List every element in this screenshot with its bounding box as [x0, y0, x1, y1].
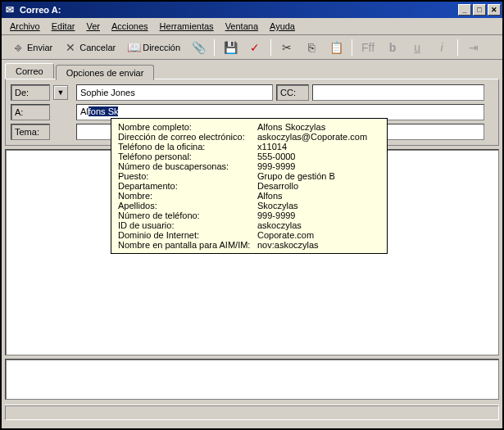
send-icon: ⎆	[11, 41, 25, 54]
tooltip-label: Teléfono de la oficina:	[118, 142, 257, 152]
cut-icon: ✂	[280, 41, 293, 54]
address-button[interactable]: 📖Dirección	[122, 38, 185, 57]
statusbar	[5, 405, 499, 423]
tooltip-value: nov:askoczylas	[257, 240, 380, 250]
attachment-area[interactable]	[5, 359, 499, 400]
paste-button[interactable]: 📋	[325, 38, 347, 57]
menu-ayuda[interactable]: Ayuda	[265, 20, 300, 33]
tooltip-row: Teléfono personal:555-0000	[118, 152, 380, 161]
maximize-button[interactable]: □	[473, 4, 486, 16]
tooltip-row: Dominio de Internet:Coporate.com	[118, 230, 380, 240]
tooltip-label: Número de buscapersonas:	[118, 161, 257, 171]
tooltip-row: Dirección de correo electrónico:askoczyl…	[118, 132, 380, 142]
tooltip-row: Número de buscapersonas:999-9999	[118, 161, 380, 171]
menubar: Archivo Editar Ver Acciones Herramientas…	[2, 18, 502, 35]
tooltip-row: Nombre completo:Alfons Skoczylas	[118, 122, 380, 132]
from-dropdown[interactable]: ▼	[53, 85, 68, 100]
subject-label: Tema:	[11, 124, 50, 140]
indent-button[interactable]: ⇥	[462, 38, 485, 57]
toolbar-separator	[270, 39, 271, 56]
tooltip-label: Dominio de Internet:	[118, 230, 257, 240]
tooltip-label: Apellidos:	[118, 201, 257, 210]
tab-correo[interactable]: Correo	[5, 63, 54, 79]
tab-opciones[interactable]: Opciones de enviar	[56, 65, 155, 80]
to-label: A:	[11, 104, 50, 120]
cc-label: CC:	[276, 84, 309, 101]
tooltip-value: askoczylas	[257, 220, 380, 230]
contact-tooltip: Nombre completo:Alfons SkoczylasDirecció…	[111, 118, 388, 254]
italic-button[interactable]: i	[430, 38, 453, 57]
menu-ver[interactable]: Ver	[81, 20, 105, 33]
toolbar-separator	[352, 39, 352, 56]
tooltip-value: Grupo de gestión B	[257, 171, 380, 181]
menu-acciones[interactable]: Acciones	[107, 20, 153, 33]
tooltip-label: Nombre completo:	[118, 122, 257, 132]
from-label: De:	[11, 84, 50, 101]
toolbar-separator	[457, 39, 458, 56]
cc-field[interactable]	[312, 84, 484, 101]
tooltip-value: 999-9999	[257, 210, 380, 220]
tooltip-label: Número de teléfono:	[118, 210, 257, 220]
bold-button[interactable]: b	[381, 38, 404, 57]
tooltip-value: askoczylas@Coporate.com	[257, 132, 380, 142]
tooltip-row: Departamento:Desarrollo	[118, 181, 380, 191]
indent-icon: ⇥	[467, 41, 480, 54]
tooltip-value: Desarrollo	[257, 181, 380, 191]
copy-icon: ⎘	[305, 41, 318, 54]
tooltip-label: Dirección de correo electrónico:	[118, 132, 257, 142]
minimize-button[interactable]: _	[458, 4, 471, 16]
copy-button[interactable]: ⎘	[300, 38, 323, 57]
tooltip-row: Nombre:Alfons	[118, 191, 380, 201]
bold-icon: b	[386, 41, 399, 54]
tooltip-value: x11014	[257, 142, 380, 152]
tooltip-row: Apellidos:Skoczylas	[118, 201, 380, 210]
cancel-button[interactable]: ✕Cancelar	[59, 38, 120, 57]
spellcheck-icon: ✓	[248, 41, 261, 54]
underline-button[interactable]: u	[406, 38, 429, 57]
font-button[interactable]: Fff	[356, 38, 379, 57]
tooltip-row: ID de usuario:askoczylas	[118, 220, 380, 230]
save-button[interactable]: 💾	[219, 38, 242, 57]
address-book-icon: 📖	[127, 41, 140, 54]
tooltip-label: ID de usuario:	[118, 220, 257, 230]
tabs-area: Correo Opciones de enviar	[2, 60, 502, 79]
tooltip-value: 999-9999	[257, 161, 380, 171]
toolbar-separator	[214, 39, 215, 56]
spellcheck-button[interactable]: ✓	[243, 38, 266, 57]
tooltip-label: Nombre en pantalla para AIM/IM:	[118, 240, 257, 250]
menu-archivo[interactable]: Archivo	[5, 20, 45, 33]
paperclip-icon: 📎	[192, 41, 205, 54]
tooltip-label: Puesto:	[118, 171, 257, 181]
tooltip-value: Alfons Skoczylas	[257, 122, 380, 132]
tooltip-row: Nombre en pantalla para AIM/IM:nov:askoc…	[118, 240, 380, 250]
tooltip-row: Número de teléfono:999-9999	[118, 210, 380, 220]
toolbar: ⎆Enviar ✕Cancelar 📖Dirección 📎 💾 ✓ ✂ ⎘ 📋…	[2, 35, 502, 60]
tooltip-label: Nombre:	[118, 191, 257, 201]
titlebar: ✉ Correo A: _ □ ✕	[2, 2, 502, 18]
close-button[interactable]: ✕	[488, 4, 501, 16]
paste-icon: 📋	[329, 41, 343, 54]
tooltip-value: Skoczylas	[257, 201, 380, 210]
tooltip-value: 555-0000	[257, 152, 380, 161]
cut-button[interactable]: ✂	[275, 38, 298, 57]
menu-editar[interactable]: Editar	[47, 20, 80, 33]
cancel-icon: ✕	[64, 41, 77, 54]
send-button[interactable]: ⎆Enviar	[7, 38, 57, 57]
tooltip-label: Teléfono personal:	[118, 152, 257, 161]
app-icon: ✉	[3, 3, 16, 16]
italic-icon: i	[435, 41, 448, 54]
menu-herramientas[interactable]: Herramientas	[155, 20, 219, 33]
tooltip-value: Coporate.com	[257, 230, 380, 240]
underline-icon: u	[411, 41, 424, 54]
save-icon: 💾	[224, 41, 237, 54]
tooltip-row: Teléfono de la oficina:x11014	[118, 142, 380, 152]
menu-ventana[interactable]: Ventana	[220, 20, 263, 33]
font-icon: Fff	[361, 41, 375, 54]
tooltip-row: Puesto:Grupo de gestión B	[118, 171, 380, 181]
attach-button[interactable]: 📎	[187, 38, 210, 57]
tooltip-value: Alfons	[257, 191, 380, 201]
from-field[interactable]	[76, 84, 273, 101]
window-title: Correo A:	[20, 5, 458, 15]
tooltip-label: Departamento:	[118, 181, 257, 191]
